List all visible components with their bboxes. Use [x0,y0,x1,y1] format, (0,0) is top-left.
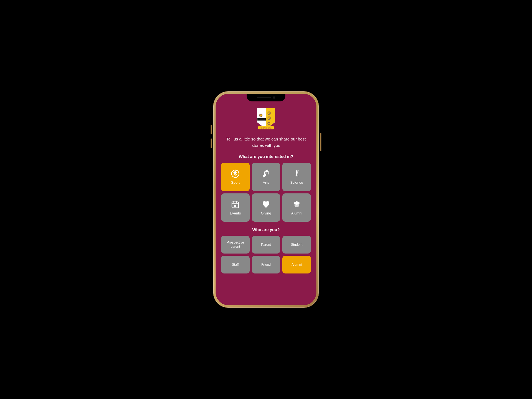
giving-label: Giving [261,211,271,215]
events-icon [231,200,240,209]
heart-icon [262,200,270,209]
interest-science[interactable]: Science [282,163,311,191]
who-parent[interactable]: Parent [252,236,280,254]
science-label: Science [290,180,303,185]
volume-up-button [211,125,212,134]
svg-text:EX SPINIS UVAS: EX SPINIS UVAS [260,127,272,129]
interest-sport[interactable]: Sport [221,163,250,191]
arts-label: Arts [263,180,269,185]
svg-rect-14 [296,170,298,171]
svg-text:🦁: 🦁 [259,113,263,117]
soccer-icon [231,169,240,178]
camera [273,96,275,99]
svg-point-11 [264,175,265,177]
crest-container: 🦁 🦁 🦁 🦁 EX SPINIS UVAS [255,106,277,131]
svg-rect-19 [234,205,236,206]
who-grid: Prospective parent Parent Student Staff … [221,236,311,273]
svg-point-12 [264,174,266,176]
alumni-label: Alumni [291,211,302,215]
speaker [257,97,271,98]
prospective-parent-label: Prospective parent [223,241,247,249]
svg-rect-18 [232,202,239,208]
who-prospective-parent[interactable]: Prospective parent [221,236,250,254]
graduation-icon [292,200,301,209]
phone-screen: 🦁 🦁 🦁 🦁 EX SPINIS UVAS Tell us a little … [216,94,316,305]
parent-label: Parent [261,243,271,247]
staff-label: Staff [232,263,239,267]
svg-text:🦁: 🦁 [267,111,271,115]
notch [247,94,285,101]
school-crest: 🦁 🦁 🦁 🦁 EX SPINIS UVAS [255,106,277,131]
phone-frame: 🦁 🦁 🦁 🦁 EX SPINIS UVAS Tell us a little … [213,91,319,308]
interests-grid: Sport Arts [221,163,311,222]
alumni-who-label: Alumni [291,263,302,267]
volume-down-button [211,139,212,148]
interest-events[interactable]: Events [221,193,250,222]
tagline-text: Tell us a little so that we can share ou… [221,136,311,149]
svg-rect-16 [295,175,298,176]
who-friend[interactable]: Friend [252,256,280,273]
sport-label: Sport [231,180,240,185]
interest-giving[interactable]: Giving [252,193,280,222]
svg-text:🦁: 🦁 [267,116,271,120]
who-alumni[interactable]: Alumni [282,256,311,273]
who-heading: Who are you? [252,227,280,232]
interest-arts[interactable]: Arts [252,163,280,191]
student-label: Student [291,243,302,247]
events-label: Events [230,211,241,215]
interests-heading: What are you interested in? [239,154,293,159]
science-icon [292,169,301,178]
svg-rect-4 [257,118,266,121]
music-icon [262,169,270,178]
svg-text:🦁: 🦁 [267,122,271,125]
who-student[interactable]: Student [282,236,311,254]
friend-label: Friend [261,263,271,267]
screen-content: 🦁 🦁 🦁 🦁 EX SPINIS UVAS Tell us a little … [216,94,316,305]
power-button [320,133,321,151]
who-staff[interactable]: Staff [221,256,250,273]
interest-alumni[interactable]: Alumni [282,193,311,222]
